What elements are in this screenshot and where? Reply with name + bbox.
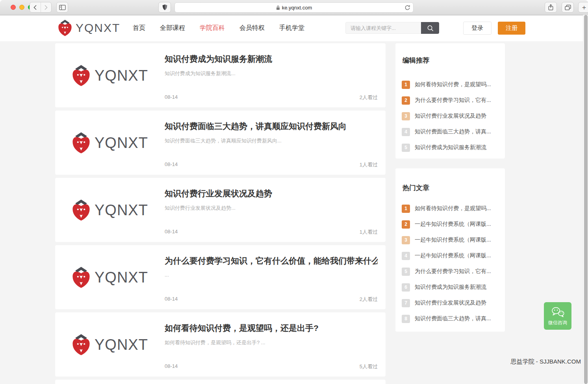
article-thumbnail: YQNXT (71, 199, 148, 221)
privacy-shield-button[interactable] (158, 2, 171, 13)
article-title[interactable]: 为什么要付费学习知识，它有什么价值，能给我们带来什么 (165, 255, 378, 266)
hot-item[interactable]: 4 一起牛知识付费系统（网课版... (395, 248, 505, 264)
article-excerpt: 知识付费面临三大趋势，讲真顺应知识付费新风向... (165, 137, 378, 144)
scrollbar-thumb[interactable] (584, 15, 588, 384)
share-button[interactable] (545, 2, 557, 13)
scrollbar[interactable] (583, 15, 588, 384)
article-meta: 08-14 2人看过 (165, 296, 378, 303)
search-box (345, 22, 439, 34)
share-icon (548, 4, 553, 11)
article-date: 08-14 (165, 94, 178, 101)
nav-item-mobile-school[interactable]: 手机学堂 (279, 24, 304, 32)
article-date: 08-14 (165, 229, 178, 236)
main-nav: 首页 全部课程 学院百科 会员特权 手机学堂 (133, 15, 304, 41)
back-button[interactable] (30, 2, 41, 12)
hot-item-text: 知识付费面临三大趋势，讲真... (415, 315, 491, 322)
minimize-window-button[interactable] (19, 5, 24, 10)
rank-badge: 5 (402, 268, 410, 276)
article-title[interactable]: 如何看待知识付费，是观望吗，还是出手? (165, 323, 378, 334)
rank-badge: 2 (402, 96, 410, 105)
hot-list: 1 如何看待知识付费，是观望吗... 2 一起牛知识付费系统（网课版... 3 … (395, 201, 505, 327)
recommend-item[interactable]: 3 知识付费行业发展状况及趋势 (395, 108, 505, 124)
article-title[interactable]: 知识付费行业发展状况及趋势 (165, 188, 378, 199)
article-card[interactable]: YQNXT 知识付费成为知识服务新潮流 知识付费成为知识服务新潮流... 08-… (55, 43, 386, 107)
browser-window: ke.yqnxt.com ＋ (0, 0, 588, 384)
new-tab-button[interactable]: ＋ (578, 2, 588, 13)
article-meta: 08-14 5人看过 (165, 363, 378, 370)
hot-item[interactable]: 3 一起牛知识付费系统（网课版... (395, 232, 505, 248)
site-header: YQNXT 首页 全部课程 学院百科 会员特权 手机学堂 登录 注册 (0, 15, 588, 41)
rank-badge: 5 (402, 144, 410, 152)
site-logo[interactable]: YQNXT (57, 19, 120, 37)
thumbnail-brand-text: YQNXT (95, 336, 148, 353)
history-nav-group (30, 2, 52, 13)
panel-title: 热门文章 (395, 168, 505, 192)
hot-item-text: 一起牛知识付费系统（网课版... (415, 252, 491, 259)
article-date: 08-14 (165, 363, 178, 370)
article-views: 2人看过 (360, 94, 378, 101)
recommend-item-text: 如何看待知识付费，是观望吗... (415, 81, 491, 88)
rank-badge: 8 (402, 315, 410, 323)
article-title[interactable]: 知识付费成为知识服务新潮流 (165, 54, 378, 65)
search-input[interactable] (345, 22, 421, 34)
recommend-list: 1 如何看待知识付费，是观望吗... 2 为什么要付费学习知识，它有... 3 … (395, 77, 505, 155)
close-window-button[interactable] (11, 5, 16, 10)
hot-item[interactable]: 1 如何看待知识付费，是观望吗... (395, 201, 505, 216)
hot-item[interactable]: 7 知识付费行业发展状况及趋势 (395, 295, 505, 311)
hot-item-text: 知识付费成为知识服务新潮流 (415, 284, 486, 291)
address-bar[interactable]: ke.yqnxt.com (174, 2, 414, 13)
privacy-shield-icon (162, 4, 167, 11)
hot-item[interactable]: 6 知识付费成为知识服务新潮流 (395, 279, 505, 295)
bull-logo-icon (71, 64, 91, 87)
article-thumbnail: YQNXT (71, 64, 148, 87)
article-meta: 08-14 2人看过 (165, 94, 378, 101)
recommend-item-text: 知识付费面临三大趋势，讲真... (415, 128, 491, 135)
article-thumbnail: YQNXT (71, 131, 148, 154)
tab-overview-button[interactable] (562, 2, 574, 13)
article-excerpt: 如何看待知识付费，是观望吗，还是出手? ... (165, 339, 378, 346)
hot-item-text: 一起牛知识付费系统（网课版... (415, 221, 491, 228)
right-sidebar: 编辑推荐 1 如何看待知识付费，是观望吗... 2 为什么要付费学习知识，它有.… (395, 43, 505, 332)
nav-item-all-courses[interactable]: 全部课程 (160, 24, 185, 32)
recommend-item-text: 知识付费成为知识服务新潮流 (415, 144, 486, 151)
nav-item-home[interactable]: 首页 (133, 24, 145, 32)
recommend-item-text: 为什么要付费学习知识，它有... (415, 97, 491, 104)
nav-item-member-privileges[interactable]: 会员特权 (239, 24, 265, 32)
nav-item-academy-wiki[interactable]: 学院百科 (200, 24, 225, 32)
article-card[interactable]: YQNXT 如何看待知识付费，是观望吗，还是出手? 如何看待知识付费，是观望吗，… (55, 312, 386, 377)
hot-item[interactable]: 2 一起牛知识付费系统（网课版... (395, 216, 505, 232)
browser-toolbar: ke.yqnxt.com ＋ (0, 0, 588, 15)
recommend-item[interactable]: 4 知识付费面临三大趋势，讲真... (395, 124, 505, 140)
recommend-item[interactable]: 2 为什么要付费学习知识，它有... (395, 92, 505, 108)
brand-name: YQNXT (76, 21, 120, 35)
search-button[interactable] (421, 22, 439, 34)
search-icon (427, 25, 434, 31)
rank-badge: 4 (402, 252, 410, 260)
register-button[interactable]: 注册 (498, 22, 525, 35)
forward-button[interactable] (41, 2, 52, 12)
tab-overview-icon (565, 5, 571, 10)
hot-item[interactable]: 5 为什么要付费学习知识，它有... (395, 264, 505, 279)
article-thumbnail: YQNXT (71, 266, 148, 288)
refresh-button[interactable] (404, 5, 410, 12)
recommend-item[interactable]: 5 知识付费成为知识服务新潮流 (395, 140, 505, 155)
thumbnail-brand-text: YQNXT (95, 134, 148, 151)
url-text: ke.yqnxt.com (282, 5, 312, 11)
article-excerpt: ... (165, 272, 378, 278)
site-watermark: 思益学院 - SJJBANK.COM (511, 358, 581, 366)
sidebar-toggle-button[interactable] (56, 2, 68, 13)
article-card[interactable]: YQNXT 知识付费面临三大趋势，讲真顺应知识付费新风向 知识付费面临三大趋势，… (55, 111, 386, 175)
article-card[interactable]: YQNXT 知识付费行业发展状况及趋势 知识付费行业发展状况及趋势... 08-… (55, 178, 386, 242)
article-views: 5人看过 (360, 363, 378, 370)
bull-logo-icon (71, 266, 91, 288)
wechat-consult-button[interactable]: 微信咨询 (544, 302, 571, 330)
article-date: 08-14 (165, 161, 178, 168)
hot-item[interactable]: 8 知识付费面临三大趋势，讲真... (395, 311, 505, 327)
article-thumbnail: YQNXT (71, 333, 148, 356)
recommend-item[interactable]: 1 如何看待知识付费，是观望吗... (395, 77, 505, 92)
article-title[interactable]: 知识付费面临三大趋势，讲真顺应知识付费新风向 (165, 121, 378, 132)
editor-recommend-panel: 编辑推荐 1 如何看待知识付费，是观望吗... 2 为什么要付费学习知识，它有.… (395, 43, 505, 159)
login-button[interactable]: 登录 (463, 22, 492, 35)
article-meta: 08-14 1人看过 (165, 229, 378, 236)
article-card[interactable]: YQNXT 为什么要付费学习知识，它有什么价值，能给我们带来什么 ... 08-… (55, 245, 386, 309)
